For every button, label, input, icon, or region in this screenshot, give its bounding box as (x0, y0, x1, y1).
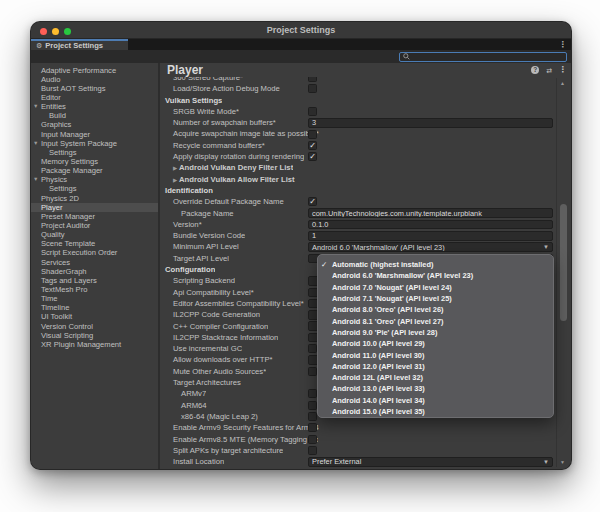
sidebar-item-services[interactable]: Services (31, 257, 158, 266)
checkbox-srgb-write-mode[interactable] (308, 107, 317, 116)
sidebar-item-xr-plugin-management[interactable]: XR Plugin Management (31, 340, 158, 349)
setting-row-android-vulkan-allow-filter-list[interactable]: ▶Android Vulkan Allow Filter List (162, 174, 558, 185)
vertical-scrollbar[interactable]: ▲ ▼ (556, 78, 568, 467)
sidebar-item-physics-2d[interactable]: Physics 2D (31, 193, 158, 202)
dropdown-option-android-14-0-api-level-34[interactable]: Android 14.0 (API level 34) (318, 395, 553, 406)
dropdown-option-android-15-0-api-level-35[interactable]: Android 15.0 (API level 35) (318, 406, 553, 417)
sidebar-item-settings[interactable]: Settings (31, 148, 158, 157)
setting-row-srgb-write-mode[interactable]: SRGB Write Mode* (162, 106, 558, 117)
checkbox-load-store-action-debug-mode[interactable] (308, 84, 317, 93)
text-field-version[interactable]: 0.1.0 (308, 220, 553, 230)
section-identification: Identification (162, 185, 558, 196)
dropdown-option-android-6-0-marshmallow-api-level-23[interactable]: Android 6.0 'Marshmallow' (API level 23) (318, 270, 553, 281)
sidebar-item-preset-manager[interactable]: Preset Manager (31, 212, 158, 221)
sidebar-item-timeline[interactable]: Timeline (31, 303, 158, 312)
dropdown-option-android-12l-api-level-32[interactable]: Android 12L (API level 32) (318, 372, 553, 383)
sidebar-item-script-execution-order[interactable]: Script Execution Order (31, 248, 158, 257)
sidebar-item-settings[interactable]: Settings (31, 184, 158, 193)
setting-row-install-location[interactable]: Install LocationPrefer External▼ (162, 456, 558, 467)
dropdown-option-android-8-1-oreo-api-level-27[interactable]: Android 8.1 'Oreo' (API level 27) (318, 315, 553, 326)
sidebar-item-tags-and-layers[interactable]: Tags and Layers (31, 276, 158, 285)
setting-row-enable-armv9-security-features-for-arm64[interactable]: Enable Armv9 Security Features for Arm64 (162, 422, 558, 433)
sidebar-item-scene-template[interactable]: Scene Template (31, 239, 158, 248)
sidebar-item-adaptive-performance[interactable]: Adaptive Performance (31, 66, 158, 75)
scrollbar-thumb[interactable] (560, 204, 567, 321)
tab-menu-kebab-icon[interactable]: ⋮ (559, 40, 567, 49)
help-icon[interactable]: ? (531, 66, 539, 74)
dropdown-minimum-api-level[interactable]: Android 6.0 'Marshmallow' (API level 23)… (308, 242, 553, 252)
foldout-arrow-icon[interactable]: ▼ (33, 140, 38, 146)
sidebar-item-build[interactable]: Build (31, 111, 158, 120)
setting-row-package-name[interactable]: Package Namecom.UnityTechnologies.com.un… (162, 207, 558, 218)
sidebar-item-physics[interactable]: ▼Physics (31, 175, 158, 184)
text-field-number-of-swapchain-buffers[interactable]: 3 (308, 118, 553, 128)
setting-row-acquire-swapchain-image-late-as-possible[interactable]: Acquire swapchain image late as possible… (162, 128, 558, 139)
sidebar-item-memory-settings[interactable]: Memory Settings (31, 157, 158, 166)
setting-row-apply-display-rotation-during-rendering[interactable]: Apply display rotation during rendering✓ (162, 151, 558, 162)
dropdown-option-automatic-highest-installed[interactable]: ✓Automatic (highest installed) (318, 259, 553, 270)
checkbox-acquire-swapchain-image-late-as-possible[interactable] (308, 130, 317, 139)
setting-row-number-of-swapchain-buffers[interactable]: Number of swapchain buffers*3 (162, 117, 558, 128)
sidebar-item-input-manager[interactable]: Input Manager (31, 129, 158, 138)
setting-row-version[interactable]: Version*0.1.0 (162, 219, 558, 230)
dropdown-option-android-9-0-pie-api-level-28[interactable]: Android 9.0 'Pie' (API level 28) (318, 327, 553, 338)
dropdown-option-android-11-0-api-level-30[interactable]: Android 11.0 (API level 30) (318, 349, 553, 360)
scroll-up-arrow-icon[interactable]: ▲ (557, 80, 568, 86)
setting-row-load-store-action-debug-mode[interactable]: Load/Store Action Debug Mode (162, 83, 558, 94)
sidebar-item-player[interactable]: Player (31, 203, 158, 212)
text-field-bundle-version-code[interactable]: 1 (308, 231, 553, 241)
scroll-down-arrow-icon[interactable]: ▼ (557, 459, 568, 465)
foldout-arrow-icon[interactable]: ▶ (173, 165, 177, 171)
foldout-arrow-icon[interactable]: ▶ (173, 177, 177, 183)
setting-row-minimum-api-level[interactable]: Minimum API LevelAndroid 6.0 'Marshmallo… (162, 241, 558, 252)
sidebar-item-time[interactable]: Time (31, 294, 158, 303)
sidebar-item-project-auditor[interactable]: Project Auditor (31, 221, 158, 230)
checkbox-mute-other-audio-sources[interactable] (308, 367, 317, 376)
checkbox-armv7[interactable] (308, 389, 317, 398)
tab-project-settings[interactable]: ⚙ Project Settings (31, 39, 128, 50)
setting-row-split-apks-by-target-architecture[interactable]: Split APKs by target architecture (162, 445, 558, 456)
checkbox-arm64[interactable] (308, 401, 317, 410)
setting-row-enable-armv8-5-mte-memory-tagging-ex[interactable]: Enable Armv8.5 MTE (Memory Tagging Ex (162, 433, 558, 444)
setting-row-android-vulkan-deny-filter-list[interactable]: ▶Android Vulkan Deny Filter List (162, 162, 558, 173)
checkbox-apply-display-rotation-during-rendering[interactable]: ✓ (308, 152, 317, 161)
dropdown-install-location[interactable]: Prefer External▼ (308, 457, 553, 467)
checkbox-override-default-package-name[interactable]: ✓ (308, 197, 317, 206)
setting-row-override-default-package-name[interactable]: Override Default Package Name✓ (162, 196, 558, 207)
sidebar-item-input-system-package[interactable]: ▼Input System Package (31, 139, 158, 148)
sidebar-item-shadergraph[interactable]: ShaderGraph (31, 267, 158, 276)
checkbox-enable-armv9-security-features-for-arm64[interactable] (308, 423, 317, 432)
sidebar-item-package-manager[interactable]: Package Manager (31, 166, 158, 175)
checkbox-recycle-command-buffers[interactable]: ✓ (308, 141, 317, 150)
dropdown-option-android-12-0-api-level-31[interactable]: Android 12.0 (API level 31) (318, 361, 553, 372)
titlebar[interactable]: Project Settings (31, 22, 571, 39)
dropdown-option-android-8-0-oreo-api-level-26[interactable]: Android 8.0 'Oreo' (API level 26) (318, 304, 553, 315)
sidebar-item-graphics[interactable]: Graphics (31, 120, 158, 129)
sidebar-item-version-control[interactable]: Version Control (31, 321, 158, 330)
dropdown-option-android-10-0-api-level-29[interactable]: Android 10.0 (API level 29) (318, 338, 553, 349)
checkbox-split-apks-by-target-architecture[interactable] (308, 446, 317, 455)
foldout-arrow-icon[interactable]: ▼ (33, 176, 38, 182)
sidebar-item-burst-aot-settings[interactable]: Burst AOT Settings (31, 84, 158, 93)
sidebar-item-audio[interactable]: Audio (31, 75, 158, 84)
dropdown-option-android-7-1-nougat-api-level-25[interactable]: Android 7.1 'Nougat' (API level 25) (318, 293, 553, 304)
sidebar-item-ui-toolkit[interactable]: UI Toolkit (31, 312, 158, 321)
sidebar-item-textmesh-pro[interactable]: TextMesh Pro (31, 285, 158, 294)
checkbox-enable-armv8-5-mte-memory-tagging-ex[interactable] (308, 435, 317, 444)
sidebar-item-visual-scripting[interactable]: Visual Scripting (31, 331, 158, 340)
presets-icon[interactable]: ⇄ (546, 67, 552, 74)
checkbox-x86-64-magic-leap-2[interactable] (308, 412, 317, 421)
dropdown-option-android-7-0-nougat-api-level-24[interactable]: Android 7.0 'Nougat' (API level 24) (318, 282, 553, 293)
sidebar-item-entities[interactable]: ▼Entities (31, 102, 158, 111)
panel-menu-kebab-icon[interactable]: ⋮ (559, 66, 567, 74)
text-field-package-name[interactable]: com.UnityTechnologies.com.unity.template… (308, 208, 553, 218)
search-input[interactable] (399, 52, 567, 62)
checkbox-use-incremental-gc[interactable] (308, 344, 317, 353)
setting-row-recycle-command-buffers[interactable]: Recycle command buffers*✓ (162, 140, 558, 151)
sidebar-item-quality[interactable]: Quality (31, 230, 158, 239)
setting-row-bundle-version-code[interactable]: Bundle Version Code1 (162, 230, 558, 241)
checkbox-360-stereo-capture[interactable] (308, 77, 317, 82)
sidebar-item-editor[interactable]: Editor (31, 93, 158, 102)
dropdown-option-android-13-0-api-level-33[interactable]: Android 13.0 (API level 33) (318, 383, 553, 394)
foldout-arrow-icon[interactable]: ▼ (33, 103, 38, 109)
